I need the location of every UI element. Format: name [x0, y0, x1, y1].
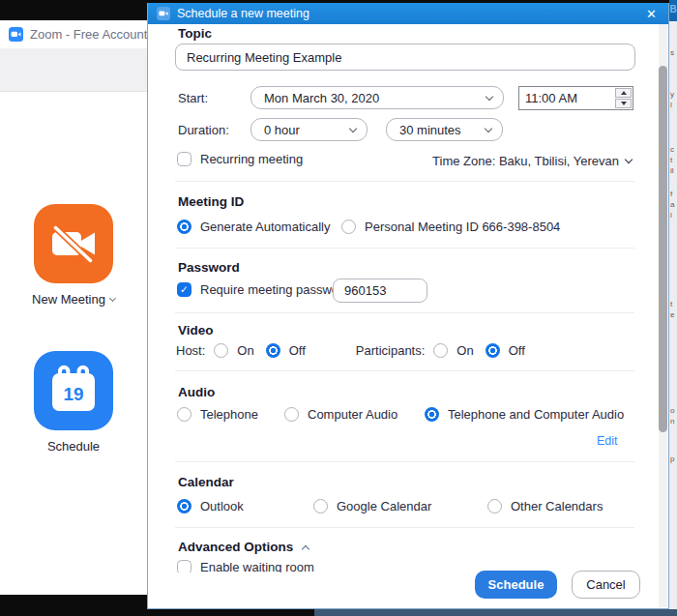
require-password-checkbox[interactable]: ✓ Require meeting password	[177, 282, 350, 297]
radio-icon	[433, 343, 448, 358]
radio-selected-icon	[177, 220, 191, 234]
video-host-on-option[interactable]: On	[214, 343, 253, 358]
spinner-down-button[interactable]	[615, 99, 632, 108]
calendar-option-outlook[interactable]: Outlook	[177, 499, 244, 513]
audio-heading: Audio	[178, 385, 215, 399]
video-host-off-option[interactable]: Off	[266, 343, 306, 358]
cancel-button[interactable]: Cancel	[572, 571, 640, 599]
calendar-day-number: 19	[63, 384, 83, 404]
main-window-titlebar: Zoom - Free Account	[9, 27, 147, 42]
waiting-room-checkbox[interactable]: Enable waiting room	[177, 560, 467, 572]
radio-selected-icon	[486, 343, 500, 358]
option-label: Google Calendar	[337, 499, 431, 513]
radio-icon	[313, 499, 328, 513]
main-window-title: Zoom - Free Account	[30, 27, 147, 42]
dialog-titlebar: Schedule a new meeting ✕	[148, 3, 668, 24]
video-participants-on-option[interactable]: On	[433, 343, 473, 358]
calendar-option-google[interactable]: Google Calendar	[313, 499, 431, 513]
option-label: Telephone and Computer Audio	[448, 407, 624, 422]
divider	[175, 370, 634, 371]
timezone-dropdown[interactable]: Time Zone: Baku, Tbilisi, Yerevan	[432, 154, 632, 168]
meeting-id-option-generate[interactable]: Generate Automatically	[177, 220, 330, 234]
video-camera-off-icon	[34, 204, 113, 283]
divider	[175, 248, 634, 249]
radio-icon	[341, 220, 356, 234]
audio-option-telephone-computer[interactable]: Telephone and Computer Audio	[425, 407, 624, 422]
checkbox-icon	[177, 152, 191, 166]
calendar-option-other[interactable]: Other Calendars	[487, 499, 603, 513]
schedule-action[interactable]: 19 Schedule	[0, 351, 147, 454]
calendar-heading: Calendar	[178, 475, 234, 489]
divider	[175, 527, 634, 528]
radio-selected-icon	[425, 407, 439, 422]
radio-icon	[284, 407, 299, 422]
start-time-value[interactable]: 11:00 AM	[519, 87, 614, 109]
duration-hours-value: 0 hour	[264, 123, 300, 137]
background-sliver-header: B	[669, 0, 677, 21]
start-label: Start:	[178, 91, 208, 105]
video-participants-off-option[interactable]: Off	[486, 343, 525, 358]
time-spinner-buttons	[614, 87, 633, 109]
zoom-app-icon	[9, 27, 23, 42]
triangle-up-icon	[621, 91, 627, 95]
dialog-title: Schedule a new meeting	[177, 7, 309, 20]
option-label: Computer Audio	[308, 407, 397, 422]
start-date-value: Mon March 30, 2020	[264, 91, 379, 105]
new-meeting-label: New Meeting	[32, 292, 105, 307]
recurring-meeting-checkbox[interactable]: Recurring meeting	[177, 152, 303, 166]
duration-label: Duration:	[178, 123, 229, 137]
chevron-down-icon[interactable]	[109, 294, 116, 301]
background-window-sliver: B syl ctil fal te on p	[669, 0, 677, 610]
radio-icon	[214, 343, 228, 358]
schedule-label: Schedule	[47, 439, 100, 454]
schedule-meeting-dialog: Schedule a new meeting ✕ Topic Start: Mo…	[147, 3, 669, 609]
main-window-toolbar	[0, 48, 147, 92]
timezone-label: Time Zone: Baku, Tbilisi, Yerevan	[432, 154, 619, 168]
schedule-button[interactable]: Schedule	[475, 571, 557, 599]
option-label: Outlook	[200, 499, 244, 513]
require-password-label: Require meeting password	[200, 282, 350, 297]
password-heading: Password	[178, 260, 240, 275]
chevron-down-icon	[485, 124, 492, 132]
option-label: Personal Meeting ID 666-398-8504	[365, 220, 560, 234]
chevron-down-icon	[625, 156, 633, 163]
password-input[interactable]	[333, 279, 427, 303]
radio-selected-icon	[177, 499, 191, 513]
option-label: Off	[289, 343, 306, 358]
chevron-down-icon	[486, 92, 493, 100]
option-label: Generate Automatically	[200, 220, 330, 234]
meeting-id-option-personal[interactable]: Personal Meeting ID 666-398-8504	[341, 220, 560, 234]
new-meeting-action[interactable]: New Meeting	[0, 204, 147, 307]
divider	[175, 181, 634, 182]
video-participants-label: Participants:	[356, 343, 426, 358]
advanced-options-heading: Advanced Options	[178, 540, 293, 554]
triangle-down-icon	[621, 102, 627, 105]
recurring-meeting-label: Recurring meeting	[200, 152, 303, 166]
zoom-dialog-icon	[157, 7, 170, 20]
audio-edit-link[interactable]: Edit	[597, 434, 618, 448]
radio-selected-icon	[266, 343, 280, 358]
start-time-spinner[interactable]: 11:00 AM	[518, 86, 633, 110]
spinner-up-button[interactable]	[615, 88, 632, 98]
audio-option-telephone[interactable]: Telephone	[177, 407, 258, 422]
topic-heading: Topic	[178, 26, 212, 41]
divider	[175, 312, 634, 313]
video-heading: Video	[178, 323, 214, 337]
audio-option-computer[interactable]: Computer Audio	[284, 407, 397, 422]
duration-hours-select[interactable]: 0 hour	[250, 118, 368, 141]
close-icon[interactable]: ✕	[643, 8, 660, 20]
option-label: On	[456, 343, 473, 358]
radio-icon	[487, 499, 502, 513]
topic-input[interactable]	[175, 44, 635, 71]
start-date-select[interactable]: Mon March 30, 2020	[250, 86, 504, 109]
advanced-options-toggle[interactable]: Advanced Options	[178, 540, 309, 554]
dialog-scrollbar-thumb[interactable]	[659, 66, 667, 432]
option-label: Off	[509, 343, 525, 358]
checkbox-checked-icon: ✓	[177, 282, 191, 297]
taskbar-strip	[314, 609, 677, 616]
option-label: Telephone	[200, 407, 258, 422]
option-label: On	[237, 343, 253, 358]
checkbox-icon	[177, 560, 191, 572]
duration-minutes-select[interactable]: 30 minutes	[386, 118, 503, 141]
option-label: Other Calendars	[511, 499, 603, 513]
